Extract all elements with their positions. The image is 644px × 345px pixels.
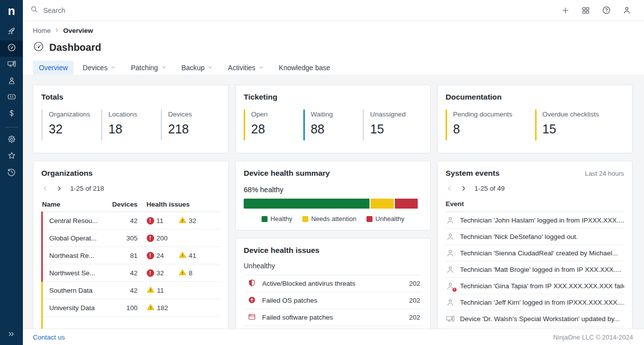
table-row[interactable] [42,317,221,329]
stat-overdue-checklists[interactable]: Overdue checklists 15 [535,110,625,140]
tab-activities[interactable]: Activities [222,61,270,75]
sidebar-item-dashboard[interactable] [0,40,23,57]
remote-support-icon [7,76,16,87]
stat-unassigned-tickets[interactable]: Unassigned 15 [363,110,422,140]
system-events-title: System events [446,169,500,178]
issue-row-antivirus[interactable]: Active/Blocked antivirus threats 202 [244,275,422,292]
ticket-icon [7,92,16,104]
breadcrumb-current: Overview [63,27,93,34]
prev-page-button[interactable] [41,185,49,192]
ticketing-title: Ticketing [244,93,422,102]
chevron-down-icon [259,64,264,72]
totals-title: Totals [41,93,220,102]
device-health-summary-card: Device health summary 68% healthy Health… [235,161,431,230]
event-row[interactable]: Technician 'Sienna CiudadReal' created b… [446,245,624,261]
warning-icon [147,286,155,295]
event-row[interactable]: Technician 'Nick DeStefano' logged out. [446,229,624,245]
stat-locations[interactable]: Locations 18 [101,110,161,140]
issue-row-software-patches[interactable]: Failed software patches 202 [244,309,422,326]
chevron-down-icon [161,64,167,72]
documentation-title: Documentation [446,93,624,102]
failed-login-badge: ! [452,287,457,292]
sidebar-item-ticketing[interactable] [0,90,23,106]
healthy-segment [244,199,369,209]
device-health-issues-title: Device health issues [244,246,422,255]
chevron-right-icon [54,27,60,34]
next-page-button[interactable] [460,185,467,192]
event-row[interactable]: Technician 'Jeff Kirn' logged in from IP… [446,294,624,311]
antivirus-shield-icon [248,279,256,289]
stat-organizations[interactable]: Organizations 32 [41,110,101,140]
table-row[interactable]: Northwest Se... 42 !32 8 [42,264,221,282]
copyright-text: NinjaOne LLC © 2014-2024 [553,334,633,341]
event-column-header: Event [446,200,624,212]
tab-devices[interactable]: Devices [77,61,122,75]
sidebar: n [0,0,23,345]
device-health-issues-card: Device health issues Unhealthy Active/Bl… [235,238,431,329]
table-row[interactable]: Central Resou... 42 !11 32 [42,212,221,230]
tab-knowledge-base[interactable]: Knowledge base [273,61,337,75]
topbar-actions [559,4,633,17]
next-page-button[interactable] [56,185,63,192]
event-row[interactable]: Device 'Dr. Walsh's Special Workstation'… [446,311,624,327]
apps-grid-button[interactable] [579,4,592,17]
technician-icon [446,216,455,225]
sidebar-item-settings[interactable] [0,132,23,148]
sidebar-item-devices[interactable] [0,57,23,73]
chevron-down-icon [207,64,213,72]
warning-icon [179,251,186,260]
needs-attention-segment [370,199,394,209]
search-input[interactable] [43,6,192,14]
organizations-card: Organizations 1-25 of 218 Name Devices H… [33,161,229,329]
event-row[interactable]: Technician 'John Haslam' logged in from … [446,212,624,229]
technician-alert-icon: ! [446,281,455,291]
totals-card: Totals Organizations 32 Locations 18 Dev… [33,85,229,153]
tab-overview[interactable]: Overview [33,61,74,75]
help-button[interactable] [600,4,613,17]
event-row[interactable]: ! Technician 'Gina Tapia' from IP XXX.XX… [446,278,624,294]
stat-open-tickets[interactable]: Open 28 [244,110,303,140]
sidebar-item-favorites[interactable] [0,148,23,165]
organizations-title: Organizations [41,169,220,178]
device-health-bar [244,199,422,209]
table-row[interactable]: Global Operat... 305 !200 [42,230,221,247]
warning-icon [179,268,186,278]
sidebar-item-billing[interactable] [0,106,23,122]
device-icon [446,314,455,324]
organizations-pagination: 1-25 of 218 [41,185,220,192]
sidebar-expand-button[interactable] [0,329,23,341]
rocket-icon [7,26,16,38]
issue-row-os-patches[interactable]: Failed OS patches 202 [244,292,422,309]
critical-icon: ! [147,234,154,242]
table-row[interactable]: Northeast Re... 81 !24 41 [42,247,221,264]
stat-waiting-tickets[interactable]: Waiting 88 [303,110,363,140]
tab-patching[interactable]: Patching [125,61,172,75]
ninjaone-logo[interactable]: n [8,5,15,17]
organizations-table: Name Devices Health issues Central Resou… [41,197,220,329]
prev-page-button[interactable] [446,185,453,192]
unhealthy-segment [395,199,418,209]
main-shell: Home Overview Dashboard Overview Devices… [23,0,644,345]
technician-icon [446,248,455,258]
sidebar-item-getting-started[interactable] [0,24,23,40]
user-menu-button[interactable] [620,4,633,17]
pagination-label: 1-25 of 49 [474,185,505,192]
add-button[interactable] [559,4,572,17]
sidebar-item-history[interactable] [0,165,23,181]
contact-us-link[interactable]: Contact us [33,334,65,341]
sidebar-item-remote-support[interactable] [0,73,23,90]
ticketing-card: Ticketing Open 28 Waiting 88 Unassigned [235,85,431,153]
technician-icon [446,265,455,274]
col-header-devices: Devices [106,197,146,212]
stat-pending-documents[interactable]: Pending documents 8 [446,110,535,140]
breadcrumb-home-link[interactable]: Home [33,27,51,34]
chevron-down-icon [110,64,116,72]
event-row[interactable]: Technician 'Matt Brogie' logged in from … [446,261,624,278]
stat-devices[interactable]: Devices 218 [161,110,220,140]
table-row[interactable]: Southern Data 42 11 [42,282,221,299]
table-row[interactable]: University Data 100 182 [42,299,221,317]
breadcrumb: Home Overview [33,27,633,34]
critical-icon: ! [147,252,154,259]
device-health-summary-title: Device health summary [244,169,422,178]
tab-backup[interactable]: Backup [176,61,219,75]
